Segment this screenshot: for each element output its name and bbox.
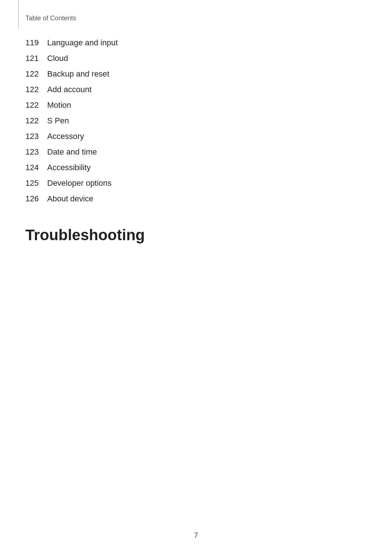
toc-item-title: Accessory (47, 130, 84, 142)
toc-item: 122S Pen (25, 115, 370, 127)
toc-item: 122Backup and reset (25, 68, 370, 80)
toc-item-number: 121 (25, 52, 47, 64)
toc-item-number: 123 (25, 130, 47, 142)
toc-item-title: Accessibility (47, 161, 91, 173)
toc-item-title: About device (47, 193, 93, 205)
toc-item-number: 125 (25, 177, 47, 189)
toc-item-title: S Pen (47, 115, 69, 127)
toc-item-number: 126 (25, 193, 47, 205)
toc-item-title: Developer options (47, 177, 111, 189)
toc-item-title: Cloud (47, 52, 68, 64)
toc-item: 126About device (25, 193, 370, 205)
toc-item-number: 122 (25, 115, 47, 127)
page-number: 7 (194, 531, 198, 539)
toc-item: 122Motion (25, 99, 370, 111)
toc-item: 123Date and time (25, 146, 370, 158)
table-of-contents-label: Table of Contents (25, 15, 370, 22)
toc-item-title: Motion (47, 99, 71, 111)
toc-item-title: Add account (47, 83, 91, 95)
toc-item: 122Add account (25, 83, 370, 95)
toc-item-number: 124 (25, 161, 47, 173)
toc-list: 119Language and input121Cloud122Backup a… (25, 37, 370, 205)
toc-item: 124Accessibility (25, 161, 370, 173)
page-container: Table of Contents 119Language and input1… (0, 0, 392, 554)
toc-item-number: 122 (25, 83, 47, 95)
toc-item-title: Backup and reset (47, 68, 109, 80)
toc-item-number: 123 (25, 146, 47, 158)
toc-item: 123Accessory (25, 130, 370, 142)
toc-item-title: Language and input (47, 37, 118, 49)
left-border-line (18, 0, 19, 29)
section-heading: Troubleshooting (25, 226, 370, 244)
toc-item: 121Cloud (25, 52, 370, 64)
toc-item: 125Developer options (25, 177, 370, 189)
toc-item-number: 122 (25, 68, 47, 80)
toc-item: 119Language and input (25, 37, 370, 49)
toc-item-title: Date and time (47, 146, 97, 158)
toc-item-number: 122 (25, 99, 47, 111)
toc-item-number: 119 (25, 37, 47, 49)
